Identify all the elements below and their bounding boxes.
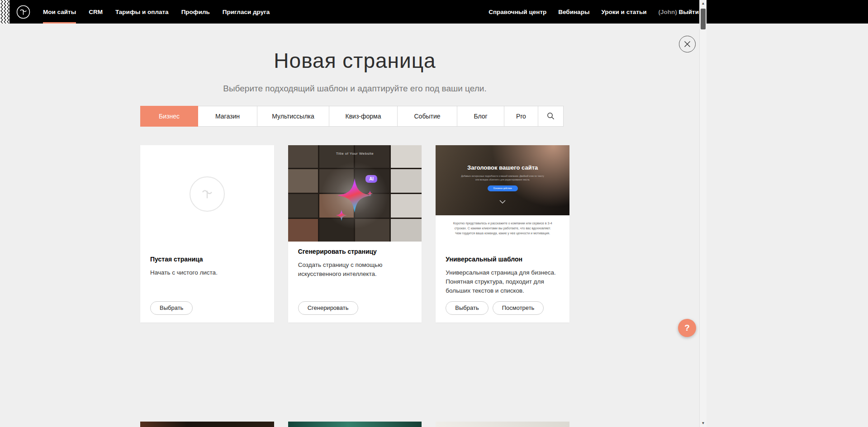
search-icon [547, 112, 555, 120]
nav-webinars[interactable]: Вебинары [558, 9, 589, 15]
scroll-down-icon[interactable]: ▼ [700, 420, 707, 427]
top-navbar: Мои сайты CRM Тарифы и оплата Профиль Пр… [0, 0, 868, 24]
card-title: Сгенерировать страницу [298, 248, 377, 255]
nav-lessons[interactable]: Уроки и статьи [601, 9, 646, 15]
tab-shop[interactable]: Магазин [198, 106, 257, 127]
tab-multilink[interactable]: Мультиссылка [257, 106, 329, 127]
mosaic-title: Title of Your Website [288, 152, 422, 156]
template-card-ai-generate[interactable]: Title of Your Website [288, 145, 422, 323]
logout-label: Выйти [679, 9, 699, 15]
tab-pro[interactable]: Pro [504, 106, 538, 127]
select-blank-button[interactable]: Выбрать [150, 301, 193, 315]
ai-badge: AI [365, 175, 377, 183]
page-subtitle: Выберите подходящий шаблон и адаптируйте… [140, 84, 569, 94]
nav-logout[interactable]: (John) Выйти [658, 9, 699, 15]
tilda-logo[interactable] [16, 5, 30, 19]
page-title: Новая страница [140, 49, 569, 73]
template-card-partial[interactable] [140, 422, 274, 427]
template-card-partial[interactable] [288, 422, 422, 427]
card-title: Пустая страница [150, 256, 203, 263]
new-page-modal: Новая страница Выберите подходящий шабло… [0, 24, 868, 427]
search-tab[interactable] [538, 106, 564, 127]
close-icon [684, 41, 691, 47]
template-cover-heading: Заголовок вашего сайта [467, 164, 538, 171]
tab-blog[interactable]: Блог [457, 106, 504, 127]
nav-tariffs[interactable]: Тарифы и оплата [109, 0, 175, 24]
blank-preview [140, 145, 274, 249]
user-name: (John) [658, 9, 677, 15]
nav-invite-friend[interactable]: Пригласи друга [216, 0, 276, 24]
template-category-tabs: Бизнес Магазин Мультиссылка Квиз-форма С… [140, 106, 569, 127]
chevron-down-icon [499, 197, 506, 205]
card-description: Начать с чистого листа. [150, 268, 218, 277]
template-cover-button: Основное действие [488, 185, 518, 191]
tab-event[interactable]: Событие [397, 106, 457, 127]
template-grid: Пустая страница Начать с чистого листа. … [140, 145, 569, 323]
generate-button[interactable]: Сгенерировать [298, 301, 358, 315]
tilda-watermark-icon [190, 176, 225, 212]
view-universal-button[interactable]: Посмотреть [493, 301, 544, 315]
zigzag-pattern [0, 0, 9, 24]
template-card-partial[interactable] [436, 422, 569, 427]
ai-preview: Title of Your Website [288, 145, 422, 242]
template-body-text: Коротко представьтесь и расскажите о ком… [453, 221, 552, 249]
universal-preview: Заголовок вашего сайта Добавьте интересн… [436, 145, 569, 249]
nav-my-sites[interactable]: Мои сайты [37, 0, 82, 24]
main-nav: Мои сайты CRM Тарифы и оплата Профиль Пр… [37, 0, 276, 24]
card-description: Универсальная страница для бизнеса. Поня… [446, 268, 560, 296]
secondary-nav: Справочный центр Вебинары Уроки и статьи… [489, 0, 699, 24]
template-card-universal[interactable]: Заголовок вашего сайта Добавьте интересн… [436, 145, 569, 323]
scrollbar-thumb[interactable] [701, 9, 706, 29]
card-title: Универсальный шаблон [446, 256, 522, 263]
next-template-row [140, 422, 569, 427]
card-description: Создать страницу с помощью искусственног… [298, 261, 412, 279]
close-button[interactable] [679, 36, 696, 52]
nav-profile[interactable]: Профиль [175, 0, 216, 24]
scrollbar[interactable]: ▲ ▼ [699, 0, 707, 427]
template-body-preview: Коротко представьтесь и расскажите о ком… [436, 215, 569, 249]
template-cover-subtext: Добавьте интересные подробности о вашей … [461, 174, 545, 181]
template-card-blank[interactable]: Пустая страница Начать с чистого листа. … [140, 145, 274, 323]
tab-quiz-form[interactable]: Квиз-форма [329, 106, 398, 127]
tab-business[interactable]: Бизнес [140, 106, 198, 127]
select-universal-button[interactable]: Выбрать [446, 301, 488, 315]
nav-crm[interactable]: CRM [82, 0, 109, 24]
help-button[interactable]: ? [678, 319, 696, 337]
scroll-up-icon[interactable]: ▲ [700, 0, 707, 7]
ai-sparkle-icon [323, 164, 386, 227]
nav-help-center[interactable]: Справочный центр [489, 9, 546, 15]
template-cover: Заголовок вашего сайта Добавьте интересн… [436, 145, 569, 215]
